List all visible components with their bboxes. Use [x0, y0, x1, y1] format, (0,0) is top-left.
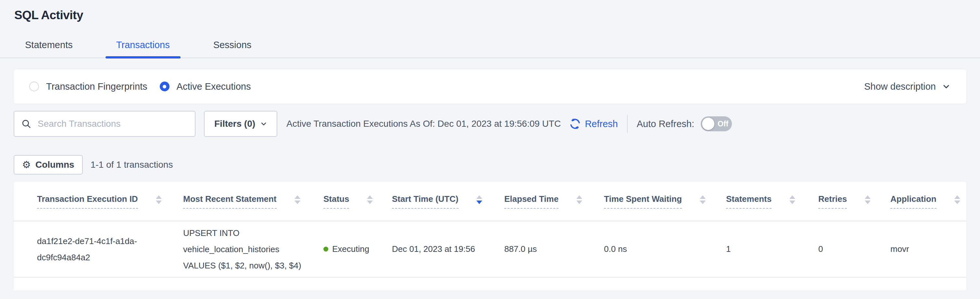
cell-transaction-execution-id: da1f21e2-de71-4c1f-a1da- dc9fc94a84a2 [37, 233, 183, 265]
column-header-elapsed-time[interactable]: Elapsed Time [504, 194, 604, 209]
table-toolbar: ⚙ Columns 1-1 of 1 transactions [14, 155, 966, 174]
transactions-table: Transaction Execution ID Most Recent Sta… [14, 182, 966, 291]
page-title: SQL Activity [14, 8, 980, 22]
cell-start-time: Dec 01, 2023 at 19:56 [392, 244, 504, 254]
vertical-divider [627, 115, 628, 133]
column-header-status[interactable]: Status [323, 194, 392, 209]
view-radio-group: Transaction Fingerprints Active Executio… [29, 81, 251, 92]
auto-refresh-label: Auto Refresh: [637, 118, 694, 130]
cell-retries: 0 [818, 244, 890, 254]
sort-icon [367, 195, 373, 204]
toggle-state-label: Off [718, 120, 729, 128]
search-icon [21, 118, 32, 130]
column-header-transaction-execution-id[interactable]: Transaction Execution ID [37, 194, 183, 209]
filters-label: Filters (0) [214, 118, 255, 129]
column-header-application[interactable]: Application [890, 194, 960, 209]
show-description-button[interactable]: Show description [864, 81, 951, 92]
cell-elapsed-time: 887.0 µs [504, 244, 604, 254]
gear-icon: ⚙ [22, 160, 31, 169]
status-executing-dot-icon [323, 247, 328, 251]
column-header-most-recent-statement[interactable]: Most Recent Statement [183, 194, 323, 209]
column-header-statements[interactable]: Statements [726, 194, 818, 209]
column-header-retries[interactable]: Retries [818, 194, 890, 209]
cell-application: movr [890, 244, 955, 254]
toggle-knob [702, 118, 714, 130]
show-description-label: Show description [864, 81, 936, 92]
sort-icon [294, 195, 301, 204]
tab-bar: Statements Transactions Sessions [0, 40, 980, 58]
radio-label: Transaction Fingerprints [46, 81, 148, 92]
table-header-row: Transaction Execution ID Most Recent Sta… [14, 182, 966, 221]
radio-active-executions[interactable]: Active Executions [160, 81, 251, 92]
refresh-label: Refresh [585, 118, 618, 130]
cell-statements: 1 [726, 244, 818, 254]
sql-activity-page: SQL Activity Statements Transactions Ses… [0, 0, 980, 291]
radio-label: Active Executions [177, 81, 251, 92]
columns-button[interactable]: ⚙ Columns [14, 155, 83, 174]
radio-transaction-fingerprints[interactable]: Transaction Fingerprints [29, 81, 148, 92]
auto-refresh-toggle[interactable]: Off [701, 116, 732, 131]
cell-status: Executing [323, 244, 392, 254]
chevron-down-icon [261, 121, 267, 127]
cell-time-spent-waiting: 0.0 ns [604, 244, 726, 254]
tab-statements[interactable]: Statements [14, 40, 83, 58]
status-label: Executing [332, 244, 369, 254]
cell-most-recent-statement: UPSERT INTO vehicle_location_histories V… [183, 225, 323, 273]
filters-button[interactable]: Filters (0) [204, 111, 277, 137]
view-selector-card: Transaction Fingerprints Active Executio… [14, 69, 966, 104]
sort-icon [156, 195, 162, 204]
radio-unselected-icon [29, 82, 39, 91]
radio-selected-icon [160, 82, 170, 91]
sort-icon [789, 195, 795, 204]
columns-button-label: Columns [35, 160, 74, 170]
sort-icon [865, 195, 870, 204]
refresh-icon [569, 117, 582, 130]
column-header-start-time[interactable]: Start Time (UTC) [392, 194, 504, 209]
sort-icon [576, 195, 582, 204]
search-input[interactable] [37, 118, 188, 130]
result-count: 1-1 of 1 transactions [91, 160, 173, 170]
search-box [14, 111, 196, 137]
sort-icon [700, 195, 706, 204]
controls-row: Filters (0) Active Transaction Execution… [14, 111, 966, 137]
as-of-text: Active Transaction Executions As Of: Dec… [286, 118, 561, 129]
chevron-down-icon [942, 82, 951, 91]
table-row[interactable]: da1f21e2-de71-4c1f-a1da- dc9fc94a84a2 UP… [14, 221, 966, 278]
tab-transactions[interactable]: Transactions [105, 40, 181, 58]
column-header-time-spent-waiting[interactable]: Time Spent Waiting [604, 194, 726, 209]
refresh-button[interactable]: Refresh [569, 117, 618, 130]
tab-sessions[interactable]: Sessions [203, 40, 262, 58]
sort-icon-active-desc [476, 195, 482, 204]
auto-refresh-group: Auto Refresh: Off [637, 116, 732, 131]
sort-icon [955, 195, 960, 204]
